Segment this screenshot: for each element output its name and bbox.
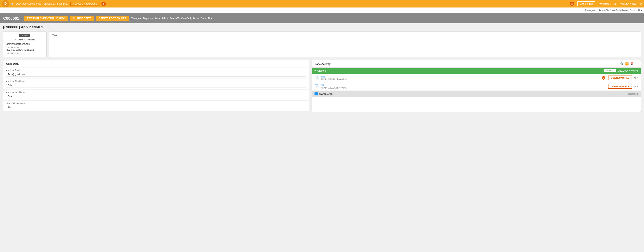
runtime-case-link[interactable]: RUNTIME CASE: [598, 2, 616, 5]
timestamp: 2024-03-12T16:40:55.113: [6, 48, 43, 51]
download-file-button-2[interactable]: DOWNLOAD FILE: [608, 84, 632, 89]
bottom-section: Case Data ApplicantEmail Test@gmail.com …: [3, 60, 641, 112]
field-label-email: ApplicantEmail: [6, 69, 306, 71]
main-content: [C000001] Application 1 Started CURRENT …: [0, 23, 644, 114]
return-link[interactable]: Return To: CaseEntityPerson Data: [598, 9, 634, 12]
folder-view-link[interactable]: FOLDER VIEW: [620, 2, 636, 5]
file-info-2: File ADM > 3/12/2024 8:49 PM: [321, 84, 606, 89]
case-activity-panel: Case Activity 🔍 ⏩ 📅 ⋮ ▾ Started CURRENT …: [312, 60, 641, 112]
manage-link[interactable]: Manage ▾: [585, 9, 595, 12]
file-meta-2: ADM > 3/12/2024 8:49 PM: [321, 87, 606, 89]
test-text: Test: [52, 34, 638, 37]
case-data-panel: Case Data ApplicantEmail Test@gmail.com …: [3, 60, 309, 112]
settings-icon[interactable]: ⚙: [639, 2, 642, 6]
file-name-1[interactable]: File: [321, 75, 600, 78]
started-label: Started: [317, 69, 602, 72]
field-label-years: YearsOfExperience: [6, 102, 306, 104]
create-root-folder-button[interactable]: CREATE ROOT FOLDER: [96, 16, 129, 21]
logo-text: D: [4, 2, 7, 5]
cards-row: Started CURRENT STATE admin@decisions.co…: [3, 31, 641, 57]
logo: D: [2, 0, 9, 7]
file-info-1: File ADM > 3/12/2024 8:48 PM: [321, 75, 600, 80]
activity-title: Case Activity: [314, 62, 330, 65]
activity-file-2: 📄 File ADM > 3/12/2024 8:49 PM DOWNLOAD …: [312, 82, 641, 91]
started-badge: Started: [19, 34, 30, 37]
calendar-icon[interactable]: 📅: [630, 62, 634, 65]
submitted-on-label: submitted on: [6, 52, 43, 54]
home-icon[interactable]: 🏠: [11, 2, 14, 5]
all-dropdown-2[interactable]: All ▾: [634, 85, 638, 88]
case-view-button[interactable]: CASE VIEW: [577, 1, 595, 6]
all-dropdown[interactable]: All ▾: [208, 17, 212, 20]
sep3: ›: [69, 2, 70, 5]
all-dropdown-1[interactable]: All ▾: [634, 77, 638, 79]
field-applicant-firstname: ApplicantFirstName John: [3, 78, 309, 89]
file-icon-2: 📄: [314, 84, 319, 88]
download-file-button-1[interactable]: DOWNLOAD FILE: [608, 75, 632, 80]
field-value-email: Test@gmail.com: [6, 72, 306, 77]
return-to-link[interactable]: Return To: CaseEntityPerson Data: [170, 17, 206, 20]
search-icon[interactable]: 🔍: [620, 62, 624, 65]
submitted-by-label: submitted by: [6, 46, 43, 48]
activity-tools: 🔍 ⏩ 📅 ⋮: [620, 62, 638, 65]
breadcrumb-application[interactable]: [C000001] Application 1: [70, 1, 100, 6]
sep1: ›: [14, 2, 15, 5]
field-value-years: 10: [6, 105, 306, 110]
nav-badge-2: 2: [570, 1, 574, 6]
add-dropdown[interactable]: Add ▾: [162, 17, 168, 20]
breadcrumb-download[interactable]: Download Case Entities: [16, 2, 41, 5]
field-value-firstname: John: [6, 83, 306, 88]
field-label-lastname: ApplicantLastName: [6, 91, 306, 93]
top-nav: D 🏠 › Download Case Entities › CaseEntit…: [0, 0, 644, 7]
activity-file-1: 📄 File ADM > 3/12/2024 8:48 PM 3 DOWNLOA…: [312, 74, 641, 82]
breadcrumb: 🏠 › Download Case Entities › CaseEntityP…: [11, 1, 106, 6]
breadcrumb-badge: 1: [102, 1, 106, 6]
field-label-firstname: ApplicantFirstName: [6, 80, 306, 82]
field-applicant-lastname: ApplicantLastName Doe: [3, 89, 309, 101]
all-link[interactable]: All ▾: [638, 9, 642, 12]
sep2: ›: [42, 2, 42, 5]
activity-completed-row: Completed not started: [312, 91, 641, 97]
activity-header: Case Activity 🔍 ⏩ 📅 ⋮: [312, 60, 641, 68]
page-title: [C000001] Application 1: [3, 25, 641, 29]
current-badge: CURRENT: [604, 69, 616, 72]
case-header: C000001 EDIT EMPLOYMENTAPPLICATION CHANG…: [0, 13, 644, 23]
started-date: 3/12/2024 4:40 PM: [618, 69, 638, 72]
status-card: Started CURRENT STATE admin@decisions.co…: [3, 31, 46, 57]
case-id: C000001: [3, 16, 19, 21]
field-years-experience: YearsOfExperience 10: [3, 101, 309, 112]
test-card: Test: [49, 31, 641, 57]
field-value-lastname: Doe: [6, 94, 306, 99]
edit-employmentapplication-button[interactable]: EDIT EMPLOYMENTAPPLICATION: [24, 16, 68, 21]
breadcrumb-caseentity[interactable]: CaseEntityPerson Data: [44, 2, 68, 5]
dependencies-dropdown[interactable]: Dependencies ▾: [143, 17, 160, 20]
second-nav: Manage ▾ Return To: CaseEntityPerson Dat…: [0, 7, 644, 13]
activity-started-row: ▾ Started CURRENT 3/12/2024 4:40 PM: [312, 68, 641, 74]
admin-email: admin@decisions.com: [6, 43, 43, 45]
file-meta-1: ADM > 3/12/2024 8:48 PM: [321, 78, 600, 80]
file-name-2[interactable]: File: [321, 84, 606, 87]
current-state-label: CURRENT STATE: [6, 38, 43, 41]
case-data-title: Case Data: [3, 60, 309, 67]
chevron-down-icon[interactable]: ▾: [314, 69, 316, 72]
manage-dropdown[interactable]: Manage ▾: [131, 17, 141, 20]
completed-label: Completed: [319, 92, 626, 95]
not-started-text: not started: [628, 93, 638, 95]
expand-icon[interactable]: ⏩: [625, 62, 628, 65]
more-icon[interactable]: ⋮: [635, 62, 638, 65]
top-nav-right: 2 CASE VIEW RUNTIME CASE FOLDER VIEW ⚙: [570, 1, 642, 6]
file-icon-1: 📄: [314, 76, 319, 80]
completed-indicator: [314, 92, 318, 95]
change-state-button[interactable]: CHANGE STATE: [70, 16, 94, 21]
field-applicant-email: ApplicantEmail Test@gmail.com: [3, 67, 309, 78]
download-badge: 3: [602, 76, 605, 80]
